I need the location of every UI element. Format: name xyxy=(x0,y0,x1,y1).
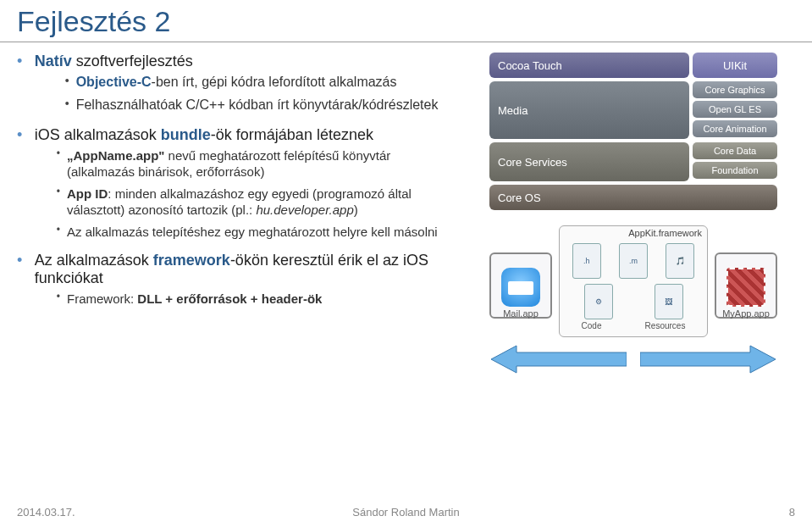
myapp-icon xyxy=(726,268,765,307)
layer-core-animation: Core Animation xyxy=(693,120,777,137)
svg-marker-1 xyxy=(640,346,776,373)
mail-app-box: Mail.app xyxy=(489,252,552,319)
layer-foundation: Foundation xyxy=(693,162,777,179)
app-framework-diagram: Mail.app AppKit.framework .h .m 🎵 ⚙ 🖼 Co… xyxy=(489,225,777,420)
bullet-bold: bundle xyxy=(161,126,211,143)
bullet-bold: framework xyxy=(153,252,230,269)
bullet-text: szoftverfejlesztés xyxy=(72,53,193,69)
slide-footer: 2014.03.17. Sándor Roland Martin 8 xyxy=(17,506,795,519)
myapp-box: MyApp.app xyxy=(715,252,777,319)
bullet-text: Framework: xyxy=(67,291,137,306)
bullet-text: Felhasználhatóak C/C++ kódban írt könyvt… xyxy=(76,97,461,114)
layer-core-services: Core Services xyxy=(489,142,689,181)
bullet-text: : minden alkalmazáshoz egy egyedi (progr… xyxy=(67,186,412,218)
bullet-bold: App ID xyxy=(67,186,108,201)
impl-file-icon: .m xyxy=(619,243,648,279)
footer-author: Sándor Roland Martin xyxy=(352,506,459,519)
bullet-text: Az alkalmazás telepítéshez egy meghatáro… xyxy=(67,224,460,241)
footer-date: 2014.03.17. xyxy=(17,506,75,519)
layer-uikit: UIKit xyxy=(693,53,777,78)
code-label: Code xyxy=(582,321,602,330)
resource-file-icon: 🎵 xyxy=(666,243,694,279)
arrow-left-icon xyxy=(491,344,627,374)
layer-opengl-es: Open GL ES xyxy=(693,101,777,118)
layer-core-data: Core Data xyxy=(693,142,777,159)
appkit-framework-box: AppKit.framework .h .m 🎵 ⚙ 🖼 Code Resour… xyxy=(559,225,708,337)
arrow-right-icon xyxy=(640,344,776,374)
bullet-bold: Natív xyxy=(35,53,72,69)
myapp-label: MyApp.app xyxy=(716,308,776,319)
bullet-text: -ök formájában léteznek xyxy=(211,126,373,143)
appkit-title: AppKit.framework xyxy=(560,226,707,240)
footer-page: 8 xyxy=(789,506,795,519)
resource-bundle-icon: 🖼 xyxy=(655,284,683,319)
mail-icon xyxy=(501,268,540,307)
code-bundle-icon: ⚙ xyxy=(584,284,613,319)
text-content: Natív szoftverfejlesztés Objective-C-ben… xyxy=(17,53,474,420)
layer-core-graphics: Core Graphics xyxy=(693,81,777,98)
bullet-text: -ben írt, gépi kódra lefordított alkalma… xyxy=(152,75,397,89)
ios-layer-stack: Cocoa Touch UIKit Media Core Graphics Op… xyxy=(489,53,777,210)
bullet-italic: hu.developer.app xyxy=(256,202,353,217)
header-file-icon: .h xyxy=(572,243,601,279)
resources-label: Resources xyxy=(645,321,686,330)
bullet-text: ) xyxy=(354,202,358,217)
bullet-text: iOS alkalmazások xyxy=(35,126,161,143)
slide-title: Fejlesztés 2 xyxy=(0,0,812,42)
layer-media: Media xyxy=(489,81,689,139)
layer-core-os: Core OS xyxy=(489,185,777,210)
mail-label: Mail.app xyxy=(491,308,550,319)
svg-marker-0 xyxy=(491,346,627,373)
bullet-bold: DLL + erőforrások + header-ök xyxy=(137,291,322,306)
bullet-bold: Objective-C xyxy=(76,75,152,89)
bullet-bold: „AppName.app" xyxy=(67,148,164,163)
layer-cocoa-touch: Cocoa Touch xyxy=(489,53,689,78)
bullet-text: Az alkalmazások xyxy=(35,252,153,269)
